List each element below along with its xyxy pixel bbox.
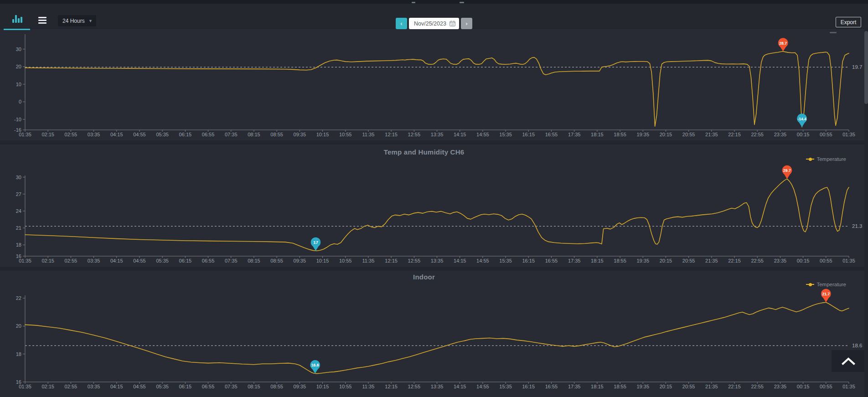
- x-tick-label: 04:55: [133, 258, 146, 263]
- y-tick-label: 18: [16, 351, 21, 357]
- x-tick-label: 01:35: [842, 258, 855, 263]
- avg-line-label: 18.6: [852, 343, 862, 348]
- x-tick-label: 02:55: [65, 384, 78, 389]
- x-tick-label: 06:15: [179, 132, 192, 137]
- x-tick-label: 21:35: [705, 384, 718, 389]
- x-tick-label: 12:55: [408, 258, 421, 263]
- x-tick-label: 18:15: [591, 258, 604, 263]
- x-tick-label: 08:55: [270, 258, 283, 263]
- x-tick-label: 14:15: [454, 384, 466, 389]
- x-tick-label: 04:15: [110, 384, 123, 389]
- min-value-pin: 16.6: [310, 360, 320, 374]
- x-tick-label: 12:55: [408, 384, 421, 389]
- temperature-series-line: [25, 302, 849, 373]
- y-tick-label: 21: [16, 225, 21, 231]
- period-select[interactable]: 24 Hours ▼: [58, 15, 96, 26]
- y-tick-label: 0: [19, 99, 21, 104]
- x-tick-label: 10:15: [316, 132, 329, 137]
- x-tick-label: 22:55: [751, 384, 764, 389]
- x-tick-label: 01:35: [19, 384, 31, 389]
- x-tick-label: 20:15: [660, 258, 672, 263]
- avg-line-label: 19.7: [852, 64, 862, 70]
- x-tick-label: 00:15: [797, 384, 810, 389]
- vertical-scrollbar: [864, 28, 868, 397]
- prev-day-button[interactable]: ‹: [396, 18, 407, 29]
- x-tick-label: 06:55: [202, 384, 215, 389]
- x-tick-label: 11:35: [362, 258, 375, 263]
- x-tick-label: 13:35: [431, 384, 444, 389]
- date-picker-field[interactable]: Nov/25/2023 25: [409, 18, 459, 29]
- svg-text:17: 17: [313, 240, 318, 245]
- x-tick-label: 01:35: [842, 132, 855, 137]
- x-tick-label: 18:55: [614, 258, 626, 263]
- x-tick-label: 23:35: [774, 384, 787, 389]
- x-tick-label: 16:55: [545, 132, 558, 137]
- x-tick-label: 11:35: [362, 132, 375, 137]
- x-tick-label: 18:15: [591, 132, 604, 137]
- clipped-title-strip: [0, 0, 868, 4]
- x-tick-label: 21:35: [705, 132, 718, 137]
- x-tick-label: 23:35: [774, 132, 787, 137]
- x-tick-label: 22:15: [728, 384, 741, 389]
- temperature-line-chart: 18.62220181601:3502:1502:5503:3504:1504:…: [0, 267, 868, 397]
- y-tick-label: 22: [16, 295, 21, 301]
- y-tick-label: 10: [16, 82, 21, 87]
- scrollbar-thumb[interactable]: [864, 31, 868, 104]
- x-tick-label: 09:35: [294, 132, 306, 137]
- temperature-series-line: [25, 179, 849, 251]
- x-tick-label: 01:35: [19, 258, 31, 263]
- y-tick-label: 24: [16, 208, 21, 214]
- x-tick-label: 00:55: [820, 132, 832, 137]
- chart-section-indoor: Indoor Temperature 18.62220181601:3502:1…: [0, 267, 868, 397]
- x-tick-label: 06:15: [179, 258, 192, 263]
- x-tick-label: 00:55: [820, 258, 832, 263]
- x-tick-label: 17:35: [568, 384, 581, 389]
- x-tick-label: 11:35: [362, 384, 375, 389]
- x-tick-label: 09:35: [294, 384, 306, 389]
- x-tick-label: 07:35: [225, 132, 238, 137]
- weather-dashboard: 24 Hours ▼ ‹ Nov/25/2023 25 › Export 19.…: [0, 0, 868, 397]
- x-tick-label: 16:55: [545, 384, 558, 389]
- x-tick-label: 02:55: [65, 258, 78, 263]
- x-tick-label: 19:35: [636, 132, 649, 137]
- export-button[interactable]: Export: [836, 17, 861, 27]
- date-navigation: ‹ Nov/25/2023 25 ›: [396, 18, 472, 29]
- chart-section-ch6: Temp and Humidity CH6 Temperature 21.330…: [0, 140, 868, 267]
- x-tick-label: 18:55: [614, 384, 626, 389]
- x-tick-label: 20:15: [660, 132, 672, 137]
- x-tick-label: 05:35: [156, 258, 169, 263]
- x-tick-label: 20:55: [682, 258, 695, 263]
- x-tick-label: 10:55: [339, 384, 352, 389]
- x-tick-label: 03:35: [88, 384, 100, 389]
- next-day-button[interactable]: ›: [461, 18, 472, 29]
- x-tick-label: 14:55: [476, 384, 489, 389]
- x-tick-label: 17:35: [568, 258, 581, 263]
- x-tick-label: 06:15: [179, 384, 192, 389]
- x-tick-label: 23:35: [774, 258, 787, 263]
- x-tick-label: 12:15: [385, 384, 398, 389]
- x-tick-label: 18:15: [591, 384, 604, 389]
- x-tick-label: 04:15: [110, 258, 123, 263]
- tab-charts[interactable]: [4, 10, 30, 30]
- period-select-value: 24 Hours: [62, 18, 85, 24]
- scroll-to-top-button[interactable]: [832, 350, 865, 372]
- x-tick-label: 16:55: [545, 258, 558, 263]
- clipped-title-fragment: [460, 2, 464, 3]
- x-tick-label: 13:35: [431, 132, 444, 137]
- x-tick-label: 14:55: [476, 258, 489, 263]
- menu-icon[interactable]: [38, 17, 46, 24]
- x-tick-label: 03:35: [88, 258, 100, 263]
- x-tick-label: 10:55: [339, 132, 352, 137]
- x-tick-label: 03:35: [88, 132, 100, 137]
- x-tick-label: 02:15: [41, 258, 54, 263]
- x-tick-label: 10:15: [316, 384, 329, 389]
- x-tick-label: 12:15: [385, 258, 398, 263]
- x-tick-label: 17:35: [568, 132, 581, 137]
- svg-text:21.7: 21.7: [822, 292, 830, 296]
- max-value-pin: 28.7: [778, 38, 788, 52]
- x-tick-label: 20:15: [660, 384, 672, 389]
- chevron-down-icon: ▼: [88, 19, 93, 23]
- x-tick-label: 01:35: [19, 132, 31, 137]
- svg-text:25: 25: [451, 23, 454, 26]
- x-tick-label: 16:15: [522, 384, 535, 389]
